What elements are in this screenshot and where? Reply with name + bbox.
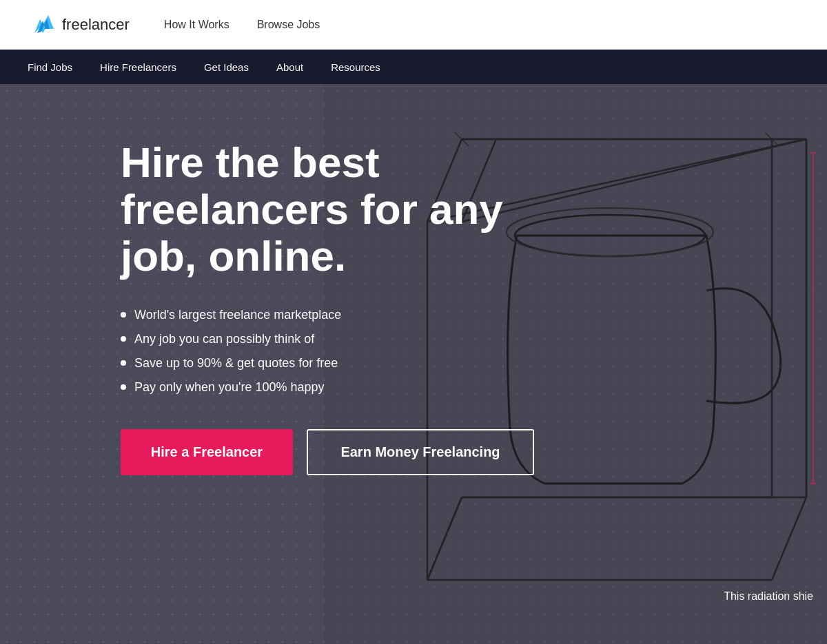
resources-link[interactable]: Resources (331, 59, 380, 76)
get-ideas-link[interactable]: Get Ideas (204, 59, 249, 76)
about-link[interactable]: About (276, 59, 303, 76)
hero-bullet-1: World's largest freelance marketplace (121, 308, 569, 322)
earn-money-button[interactable]: Earn Money Freelancing (307, 429, 534, 475)
hero-caption: This radiation shie (724, 590, 813, 603)
hero-title: Hire the best freelancers for any job, o… (121, 139, 569, 280)
logo-text: freelancer (62, 16, 130, 34)
hire-freelancers-link[interactable]: Hire Freelancers (100, 59, 176, 76)
bullet-dot (121, 312, 126, 318)
secondary-nav: Find Jobs Hire Freelancers Get Ideas Abo… (0, 50, 827, 84)
hero-bullet-3: Save up to 90% & get quotes for free (121, 356, 569, 371)
bullet-dot (121, 384, 126, 390)
bullet-dot (121, 336, 126, 342)
freelancer-logo-icon (28, 10, 58, 40)
bullet-dot (121, 360, 126, 366)
how-it-works-link[interactable]: How It Works (164, 19, 229, 31)
hero-buttons: Hire a Freelancer Earn Money Freelancing (121, 429, 569, 475)
top-nav: freelancer How It Works Browse Jobs (0, 0, 827, 50)
top-nav-links: How It Works Browse Jobs (164, 19, 320, 31)
hero-content: Hire the best freelancers for any job, o… (121, 139, 569, 475)
hero-bullet-2: Any job you can possibly think of (121, 332, 569, 346)
svg-marker-0 (34, 15, 54, 33)
logo[interactable]: freelancer (28, 10, 130, 40)
find-jobs-link[interactable]: Find Jobs (28, 59, 72, 76)
hero-bullets: World's largest freelance marketplace An… (121, 308, 569, 395)
hero-section: 22MM Hire the best freelancers for any j… (0, 84, 827, 644)
hero-bullet-4: Pay only when you're 100% happy (121, 380, 569, 395)
browse-jobs-link[interactable]: Browse Jobs (257, 19, 320, 31)
hire-freelancer-button[interactable]: Hire a Freelancer (121, 429, 293, 475)
